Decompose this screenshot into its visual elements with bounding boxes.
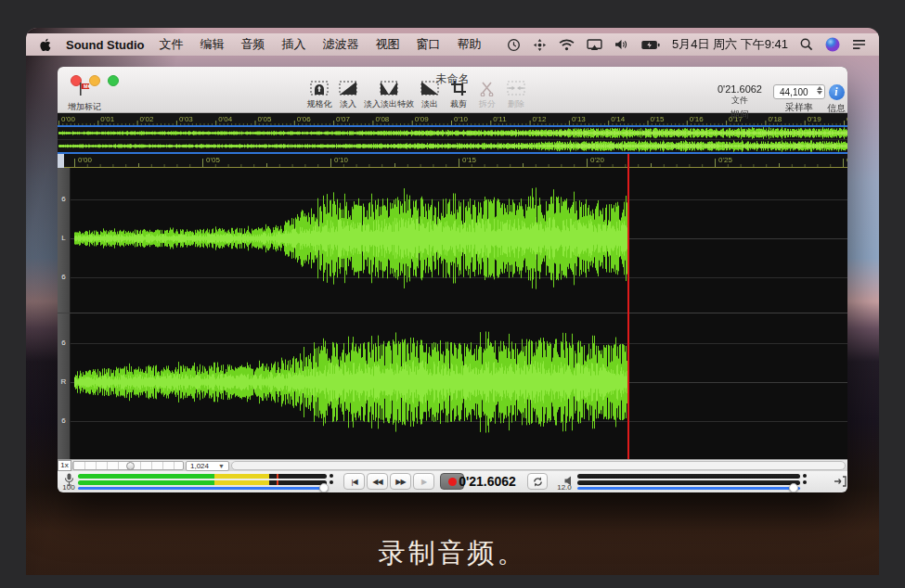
overview-waveform xyxy=(58,127,847,152)
channel-right-gutter: 6 R 6 xyxy=(58,313,71,459)
input-level-value: 100 xyxy=(58,483,79,492)
apple-menu-icon[interactable] xyxy=(39,38,51,52)
volume-icon[interactable] xyxy=(614,39,628,50)
menu-item-6[interactable]: 窗口 xyxy=(416,36,440,53)
meter-clip-indicator[interactable] xyxy=(330,474,333,478)
block-size-value: 1,024 xyxy=(190,462,209,470)
stepper-icon[interactable] xyxy=(817,86,822,95)
playback-time: 0'21.6062 xyxy=(457,474,518,489)
db-label: 6 xyxy=(58,416,70,425)
go-to-start-button[interactable]: |◀ xyxy=(343,473,365,490)
sample-rate-select[interactable]: 44,100 xyxy=(773,84,825,99)
meter-clip-indicator[interactable] xyxy=(330,480,333,484)
overview-waveform-right[interactable] xyxy=(58,140,847,152)
wifi-icon[interactable] xyxy=(559,39,575,51)
menu-item-5[interactable]: 视图 xyxy=(375,36,399,53)
tool-label: 淡入 xyxy=(340,98,356,110)
meter-peak-marker xyxy=(277,480,278,485)
overview-waveform-left[interactable] xyxy=(58,127,847,139)
crosshair-status-icon[interactable] xyxy=(533,38,547,52)
delete-icon xyxy=(507,81,525,98)
crop-button[interactable]: 裁剪 xyxy=(446,81,472,110)
output-routing-icon[interactable] xyxy=(834,476,847,487)
tool-label: 淡入淡出特效 xyxy=(364,98,414,110)
output-volume-slider[interactable] xyxy=(577,487,800,490)
menu-item-1[interactable]: 编辑 xyxy=(200,36,224,53)
duration-unit: 文件 xyxy=(707,95,772,107)
channel-left-gutter: 6 L 6 xyxy=(58,168,71,313)
fade-in-icon xyxy=(339,81,357,98)
screenshot-frame: Sound Studio 文件编辑音频插入滤波器视图窗口帮助 5月4日 周六 下… xyxy=(0,0,905,588)
menu-item-4[interactable]: 滤波器 xyxy=(322,36,358,53)
meter-peak-marker xyxy=(277,474,278,479)
loop-button[interactable] xyxy=(527,473,548,490)
airplay-icon[interactable] xyxy=(587,39,602,51)
menu-item-7[interactable]: 帮助 xyxy=(457,36,481,53)
fade-in-button[interactable]: 淡入 xyxy=(335,81,361,110)
siri-icon[interactable] xyxy=(825,37,840,52)
rewind-button[interactable]: ◀◀ xyxy=(367,473,388,490)
toolbar-tools: 规格化淡入淡入淡出特效淡出裁剪拆分删除 xyxy=(306,81,529,110)
loop-icon xyxy=(532,476,544,488)
horizontal-scrollbar[interactable] xyxy=(231,461,846,470)
block-size-select[interactable]: 1,024 ▼ xyxy=(186,461,229,471)
transport-bar: 100 |◀◀◀▶▶▶ 0'21.6062 12.0 xyxy=(58,471,847,492)
output-level-meter-left xyxy=(577,474,800,479)
desktop: Sound Studio 文件编辑音频插入滤波器视图窗口帮助 5月4日 周六 下… xyxy=(26,28,879,575)
meter-clip-indicator[interactable] xyxy=(803,480,807,484)
input-volume-thumb[interactable] xyxy=(319,483,329,492)
chevron-down-icon: ▼ xyxy=(218,462,225,470)
channel-left: 6 L 6 xyxy=(58,168,847,313)
battery-icon[interactable] xyxy=(640,40,660,50)
fade-out-button[interactable]: 淡出 xyxy=(417,81,443,110)
waveform-area: 6 L 6 6 R 6 xyxy=(58,168,847,459)
menu-item-0[interactable]: 文件 xyxy=(159,36,183,53)
play-button[interactable]: ▶ xyxy=(413,473,434,490)
main-ruler[interactable] xyxy=(58,154,847,168)
menu-bar-status-area: 5月4日 周六 下午9:41 xyxy=(507,36,866,53)
notification-center-icon[interactable] xyxy=(852,39,866,50)
marker-flag-icon: M xyxy=(77,82,92,96)
playhead-cursor[interactable] xyxy=(627,154,629,459)
db-label: 6 xyxy=(58,273,70,281)
menu-bar: Sound Studio 文件编辑音频插入滤波器视图窗口帮助 5月4日 周六 下… xyxy=(26,33,879,56)
menu-bar-clock[interactable]: 5月4日 周六 下午9:41 xyxy=(672,36,788,53)
output-volume-thumb[interactable] xyxy=(789,483,798,492)
add-marker-label: 增加标记 xyxy=(58,101,111,113)
info-button[interactable]: i xyxy=(829,84,845,100)
meter-clip-indicator[interactable] xyxy=(803,474,807,478)
zoom-slider[interactable] xyxy=(72,461,184,470)
app-name[interactable]: Sound Studio xyxy=(66,38,144,52)
input-level-meter-right xyxy=(78,480,327,485)
duration-block: 0'21.6062 文件 期间 xyxy=(707,83,772,121)
spotlight-icon[interactable] xyxy=(800,38,813,51)
input-level-meter-left xyxy=(78,474,327,479)
normalize-button[interactable]: 规格化 xyxy=(306,81,332,110)
add-marker-button[interactable]: M 增加标记 xyxy=(58,82,111,113)
sample-rate-block: 44,100 采样率 xyxy=(771,84,827,114)
waveform-right-canvas[interactable] xyxy=(71,313,847,459)
crossfade-button[interactable]: 淡入淡出特效 xyxy=(364,81,414,110)
sample-rate-value: 44,100 xyxy=(780,87,808,97)
tool-label: 裁剪 xyxy=(450,98,467,110)
input-volume-slider[interactable] xyxy=(78,487,327,490)
window-header: 未命名 M 增加标记 规格化淡入淡入淡出特效淡出裁剪拆分删除 0'21.6062… xyxy=(58,67,847,113)
transport-buttons: |◀◀◀▶▶▶ xyxy=(343,473,466,490)
db-label: 6 xyxy=(58,339,70,347)
tool-label: 规格化 xyxy=(307,98,332,110)
menu-item-3[interactable]: 插入 xyxy=(281,36,305,53)
channel-separator xyxy=(58,313,847,313)
info-label: 信息 xyxy=(824,102,847,115)
caption-text: 录制音频。 xyxy=(26,535,879,572)
zoom-bar: 1x 1,024 ▼ xyxy=(58,459,847,471)
tool-label: 删除 xyxy=(508,98,524,110)
split-button: 拆分 xyxy=(474,81,500,110)
fast-forward-button[interactable]: ▶▶ xyxy=(390,473,411,490)
record-dot-icon xyxy=(448,478,457,486)
app-window: 未命名 M 增加标记 规格化淡入淡入淡出特效淡出裁剪拆分删除 0'21.6062… xyxy=(58,67,847,492)
time-machine-icon[interactable] xyxy=(507,38,521,52)
channel-right: 6 R 6 xyxy=(58,313,847,459)
zoom-slider-thumb[interactable] xyxy=(126,462,135,470)
menu-item-2[interactable]: 音频 xyxy=(240,36,265,53)
waveform-left-canvas[interactable] xyxy=(71,168,847,313)
